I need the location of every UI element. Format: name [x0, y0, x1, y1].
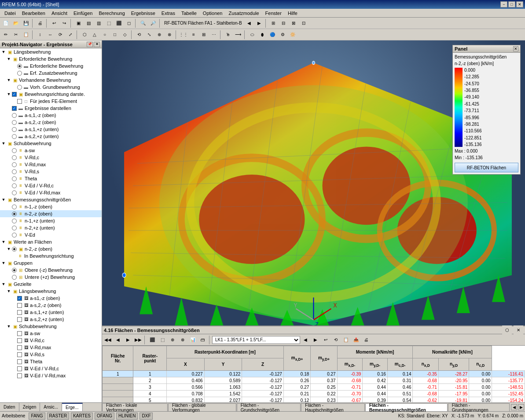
tree-untere-bew[interactable]: ⊞ Untere (+z) Bewehrung	[0, 274, 102, 281]
tb-t12[interactable]: ▶	[311, 335, 320, 345]
tb-t14[interactable]: ⟲	[331, 335, 341, 345]
tb-t6[interactable]: ⬚	[158, 335, 167, 345]
menu-zusatzmodule[interactable]: Zusatzmodule	[226, 10, 262, 17]
tb-redo[interactable]: ↪	[59, 18, 69, 28]
tb-t3[interactable]: ▶	[123, 335, 133, 345]
btab-grundschnitt[interactable]: Flächen - Grundschnittgrößen	[237, 403, 301, 411]
tree-n1z-unten[interactable]: Ⅲ n-1,+z (unten)	[0, 217, 102, 224]
rf-beton-flaechen-btn[interactable]: RF-BETON Flächen	[455, 163, 518, 172]
tb-t8[interactable]: ⊗	[178, 335, 187, 345]
table-row[interactable]: 5 0.832 2.027 -0.127 0.12 0.23 -0.67 0.3…	[103, 397, 525, 403]
tb2-b7[interactable]: ⤢	[66, 30, 75, 40]
btab-lokale-verf[interactable]: Flächen - lokale Verformungen	[102, 403, 168, 411]
tb2-b8[interactable]: ⬡	[80, 30, 89, 40]
tree-in-bew[interactable]: Ⅲ In Bewehrungsrichtung	[0, 252, 102, 259]
table-close-btn[interactable]: ✕	[514, 325, 523, 335]
tb2-b14[interactable]: ⤡	[144, 30, 154, 40]
tb-t1[interactable]: ◀◀	[103, 335, 113, 345]
status-kartes[interactable]: KARTES	[71, 413, 93, 420]
tb-b6[interactable]: ◻	[124, 18, 134, 28]
menu-hilfe[interactable]: Hilfe	[285, 10, 300, 17]
status-raster[interactable]: RASTER	[47, 413, 70, 420]
lk-combo[interactable]: LK1 - 1.35*LF1 + 1.5*LF...	[212, 336, 300, 344]
tree-gz-theta[interactable]: 🖼 Theta	[0, 358, 102, 365]
tree-ved-alone[interactable]: Ⅲ V-Ed	[0, 231, 102, 238]
tree-gz-asw[interactable]: 🖼 a-sw	[0, 330, 102, 337]
tb2-b17[interactable]: ⋮⋮	[179, 30, 188, 40]
tree-as1z-unten[interactable]: ▬ a-s,1,+z (unten)	[0, 126, 102, 133]
tb-arrow-left[interactable]: ◀	[244, 18, 254, 28]
table-row[interactable]: 4 0.708 1.542 -0.127 0.21 0.22 -0.70 0.4…	[103, 391, 525, 397]
status-dxf[interactable]: DXF	[140, 413, 153, 420]
tab-erge[interactable]: Erge...	[62, 403, 82, 411]
tb-open[interactable]: 📂	[11, 18, 21, 28]
menu-berechnung[interactable]: Berechnung	[96, 10, 127, 17]
table-expand-btn[interactable]: ⬡	[502, 325, 512, 335]
menu-extras[interactable]: Extras	[159, 10, 178, 17]
tb-new[interactable]: 📄	[1, 18, 11, 28]
tb2-b20[interactable]: ⋯	[209, 30, 219, 40]
tree-obere-bew[interactable]: ⊞ Obere (-z) Bewehrung	[0, 267, 102, 274]
tree-n2z-unten[interactable]: Ⅲ n-2,+z (unten)	[0, 224, 102, 231]
tb-t7[interactable]: ⊕	[168, 335, 177, 345]
tb2-b18[interactable]: ≡	[189, 30, 198, 40]
table-row[interactable]: 3 0.566 1.063 -0.127 0.27 0.25 -0.71 0.4…	[103, 384, 525, 391]
menu-tabelle[interactable]: Tabelle	[179, 10, 199, 17]
tree-gz-as1z-oben[interactable]: ✓ 🖼 a-s1,-z (oben)	[0, 295, 102, 302]
tb-print[interactable]: 🖨	[35, 18, 45, 28]
tree-gz-as2z-unten[interactable]: 🖼 a-s,2,+z (unten)	[0, 316, 102, 323]
tree-gz-vrdmax[interactable]: 🖼 V-Rd,max	[0, 344, 102, 351]
tab-nav-right[interactable]: ▶	[518, 404, 524, 410]
tree-erf-bew-item1[interactable]: ▬ Erforderliche Bewehrung	[0, 62, 102, 69]
panel-pin-btn[interactable]: 📌	[87, 42, 93, 47]
tree-as2z-oben[interactable]: ▬ a-s,2,-z (oben)	[0, 119, 102, 126]
table-wrapper[interactable]: FlächeNr. Raster-punkt Rasterpunkt-Koord…	[102, 346, 525, 402]
tb2-b11[interactable]: □	[110, 30, 120, 40]
close-btn[interactable]: ✕	[516, 1, 523, 7]
tb2-b22[interactable]: ⟶	[233, 30, 243, 40]
tb-b5[interactable]: ⬛	[114, 18, 124, 28]
tb-t5[interactable]: ⬛	[147, 335, 157, 345]
tree-n1z-oben[interactable]: Ⅲ n-1,-z (oben)	[0, 203, 102, 210]
tree-vrdmax[interactable]: Ⅲ V-Rd,max	[0, 161, 102, 168]
tb-c4[interactable]: ⊡	[299, 18, 308, 28]
tb-b2[interactable]: ▤	[84, 18, 93, 28]
tb2-b25[interactable]: 🔵	[268, 30, 277, 40]
table-row[interactable]: 2 0.406 0.589 -0.127 0.26 0.37 -0.68 0.4…	[103, 377, 525, 384]
tree-bew-richtung[interactable]: ▼ ✓ ▣ Bewehrungsrichtung darste.	[0, 91, 102, 98]
tree-gezielte[interactable]: ▼ ▣ Gezielte	[0, 281, 102, 288]
tree-container[interactable]: ▼ ▣ Längsbewehrung ▼ ▣ Erforderliche Bew…	[0, 48, 102, 402]
tab-nav-left[interactable]: ◀	[511, 404, 517, 410]
tree-vorh-bew[interactable]: ▼ ▣ Vorhandene Bewehrung	[0, 77, 102, 84]
tb2-b16[interactable]: ⊗	[165, 30, 174, 40]
tree-ergebnisse[interactable]: ✓ ▬ Ergebnisse darstellen	[0, 105, 102, 112]
tree-erf-bew-item2[interactable]: ▬ Erf. Zusatzbewehrung	[0, 69, 102, 77]
tree-gz-ved-vrdmax[interactable]: 🖼 V-Ed / V-Rd,max	[0, 372, 102, 379]
tb-c3[interactable]: ⊠	[289, 18, 298, 28]
tb-t15[interactable]: 📋	[341, 335, 351, 345]
tb2-b10[interactable]: ○	[100, 30, 110, 40]
tree-vrdc[interactable]: Ⅲ V-Rd,c	[0, 154, 102, 161]
tree-werte-flaechen[interactable]: ▼ ▣ Werte an Flächen	[0, 238, 102, 245]
tab-daten[interactable]: Daten	[0, 403, 19, 411]
tb2-b24[interactable]: ⬮	[257, 30, 267, 40]
minimize-btn[interactable]: −	[500, 1, 507, 7]
table-row[interactable]: 1 1 0.227 0.122 -0.127 0.18 0.27 -0.39 0…	[103, 371, 525, 377]
tab-zeigen[interactable]: Zeigen	[19, 403, 40, 411]
tree-schubbewehrung[interactable]: ▼ ▣ Schubbewehrung	[0, 140, 102, 147]
tree-gz-vrdc[interactable]: 🖼 V-Rd,c	[0, 337, 102, 344]
tree-ved-vrdmax[interactable]: Ⅲ V-Ed / V-Rd,max	[0, 189, 102, 196]
tb2-b3[interactable]: 📋	[21, 30, 31, 40]
tree-gz-laengsbew[interactable]: ▼ ▣ Längsbewehrung	[0, 288, 102, 295]
menu-einfuegen[interactable]: Einfügen	[71, 10, 95, 17]
tb-c1[interactable]: ⊞	[268, 18, 278, 28]
panel-close-btn[interactable]: ✕	[94, 42, 100, 47]
tb2-b5[interactable]: ↔	[45, 30, 55, 40]
tb2-b6[interactable]: ⟳	[55, 30, 65, 40]
tree-vorh-grundbew[interactable]: ▬ Vorh. Grundbewehrung	[0, 84, 102, 91]
tb2-b9[interactable]: △	[90, 30, 99, 40]
tree-gz-vrds[interactable]: 🖼 V-Rd,s	[0, 351, 102, 358]
tree-erf-bew[interactable]: ▼ ▣ Erforderliche Bewehrung	[0, 55, 102, 62]
tb-b1[interactable]: ▣	[73, 18, 83, 28]
viewport[interactable]: X Y Z Panel ✕ Bemessungsschnittgrößen n-…	[102, 40, 525, 325]
